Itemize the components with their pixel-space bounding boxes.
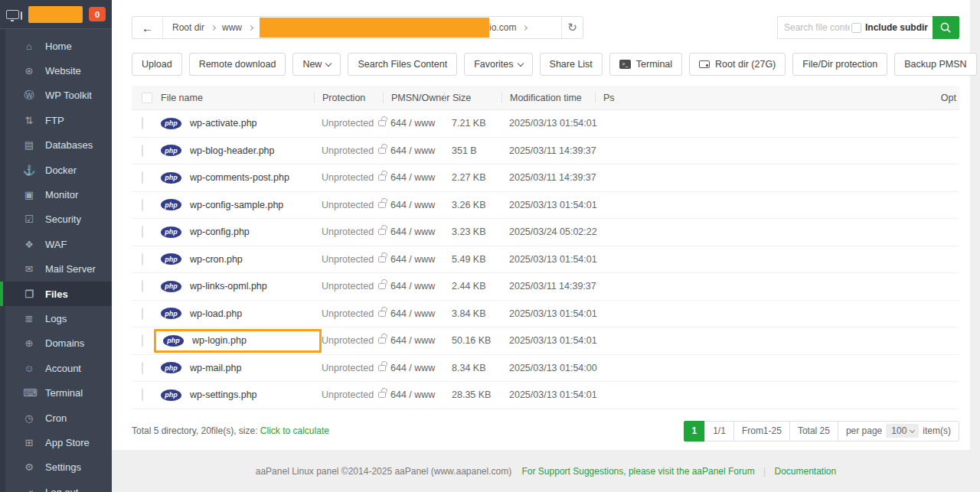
person-icon: ☺ bbox=[23, 363, 35, 374]
table-header-row: File name Protection PMSN/Owner Size Mod… bbox=[132, 86, 959, 110]
row-checkbox[interactable] bbox=[142, 280, 143, 292]
shield-check-icon: ☑ bbox=[23, 213, 35, 225]
row-checkbox[interactable] bbox=[142, 226, 143, 238]
sidebar-item-logs[interactable]: ≣Logs bbox=[0, 306, 112, 331]
table-row: phpwp-cron.php Unprotected 644 / www 5.4… bbox=[132, 246, 959, 274]
file-manager-card: ← Root dir www io.com ↻ Include subdir bbox=[112, 0, 970, 450]
logout-icon: ⇥ bbox=[23, 487, 35, 492]
message-count-badge[interactable]: 0 bbox=[89, 7, 106, 21]
file-name-link[interactable]: wp-comments-post.php bbox=[190, 172, 289, 183]
sidebar-item-security[interactable]: ☑Security bbox=[0, 207, 112, 232]
php-file-icon: php bbox=[161, 199, 181, 210]
include-subdir-checkbox[interactable] bbox=[851, 23, 861, 33]
logo-bar: 0 bbox=[0, 0, 112, 29]
sidebar-item-ftp[interactable]: ⇅FTP bbox=[0, 108, 112, 132]
sidebar-item-settings[interactable]: ⚙Settings bbox=[0, 455, 112, 480]
table-body: phpwp-activate.php Unprotected 644 / www… bbox=[132, 110, 959, 409]
search-button[interactable] bbox=[933, 16, 959, 39]
php-file-icon: php bbox=[161, 362, 181, 373]
page-footer: aaPanel Linux panel ©2014-2025 aaPanel (… bbox=[112, 450, 980, 477]
envelope-icon: ✉ bbox=[23, 263, 35, 275]
breadcrumb-www[interactable]: www bbox=[222, 22, 242, 33]
row-checkbox[interactable] bbox=[142, 362, 143, 374]
sidebar-item-domains[interactable]: ⊕Domains bbox=[0, 331, 112, 356]
unlock-icon bbox=[378, 229, 386, 235]
table-row: phpwp-activate.php Unprotected 644 / www… bbox=[132, 110, 959, 138]
select-all-checkbox[interactable] bbox=[142, 93, 152, 103]
back-arrow-icon: ← bbox=[142, 21, 153, 34]
sidebar-item-cron[interactable]: ◷Cron bbox=[0, 406, 112, 430]
breadcrumb-bar: ← Root dir www io.com ↻ bbox=[132, 16, 583, 39]
file-name-link[interactable]: wp-links-opml.php bbox=[190, 281, 267, 292]
sidebar-item-monitor[interactable]: ▣Monitor bbox=[0, 182, 112, 207]
terminal-button[interactable]: >_Terminal bbox=[609, 53, 682, 76]
copyright-text: aaPanel Linux panel ©2014-2025 aaPanel (… bbox=[256, 466, 511, 477]
sidebar-item-wp-toolkit[interactable]: ⓌWP Toolkit bbox=[0, 83, 112, 108]
search-box: Include subdir bbox=[777, 16, 933, 39]
page-1-button[interactable]: 1 bbox=[684, 421, 706, 441]
sidebar-item-website[interactable]: ⊛Website bbox=[0, 58, 112, 83]
favorites-dropdown-button[interactable]: Favorites bbox=[464, 53, 532, 76]
backup-pmsn-button[interactable]: Backup PMSN bbox=[894, 53, 976, 76]
php-file-icon: php bbox=[161, 281, 181, 292]
table-footer: Total 5 directory, 20file(s), size: Clic… bbox=[132, 409, 959, 441]
chevron-down-icon bbox=[325, 60, 332, 66]
per-page-select[interactable]: 100 bbox=[886, 424, 919, 438]
table-row: phpwp-config.php Unprotected 644 / www 3… bbox=[132, 219, 959, 246]
file-name-link[interactable]: wp-cron.php bbox=[190, 254, 243, 265]
breadcrumb-root-dir[interactable]: Root dir bbox=[172, 22, 204, 33]
search-input[interactable] bbox=[784, 22, 850, 33]
file-name-link[interactable]: wp-login.php bbox=[192, 335, 247, 346]
forum-link[interactable]: For Support Suggestions, please visit th… bbox=[522, 466, 755, 477]
sidebar-item-databases[interactable]: ▤Databases bbox=[0, 133, 112, 158]
file-name-link[interactable]: wp-blog-header.php bbox=[190, 145, 275, 156]
share-list-button[interactable]: Share List bbox=[540, 53, 603, 76]
php-file-icon: php bbox=[161, 145, 181, 156]
file-dir-protection-button[interactable]: File/Dir protection bbox=[792, 53, 887, 76]
sidebar-item-docker[interactable]: ⚓Docker bbox=[0, 158, 112, 182]
search-files-content-button[interactable]: Search Files Content bbox=[348, 53, 457, 76]
remote-download-button[interactable]: Remote download bbox=[189, 53, 286, 76]
search-group: Include subdir bbox=[777, 16, 959, 39]
file-name-link[interactable]: wp-activate.php bbox=[190, 118, 257, 129]
file-name-link[interactable]: wp-config.php bbox=[190, 226, 250, 237]
sidebar-item-app-store[interactable]: ⊞App Store bbox=[0, 430, 112, 455]
refresh-button[interactable]: ↻ bbox=[561, 17, 583, 38]
per-page-segment: per page 100 item(s) bbox=[838, 421, 959, 441]
sidebar-item-files[interactable]: ❐Files bbox=[0, 282, 112, 306]
col-pmsn-owner: PMSN/Owner bbox=[383, 92, 452, 103]
pagination: 1 1/1 From1-25 Total 25 per page 100 ite… bbox=[684, 421, 960, 441]
chevron-right-icon bbox=[522, 24, 528, 30]
sidebar-item-account[interactable]: ☺Account bbox=[0, 356, 112, 380]
breadcrumb-domain[interactable]: io.com bbox=[489, 22, 516, 33]
row-checkbox[interactable] bbox=[142, 171, 143, 184]
www-globe-icon: ⊕ bbox=[23, 337, 35, 349]
row-checkbox[interactable] bbox=[142, 389, 143, 401]
back-button[interactable]: ← bbox=[132, 17, 163, 38]
sidebar-item-mail-server[interactable]: ✉Mail Server bbox=[0, 257, 112, 282]
upload-button[interactable]: Upload bbox=[132, 53, 182, 76]
file-name-link[interactable]: wp-config-sample.php bbox=[190, 200, 283, 210]
file-name-link[interactable]: wp-settings.php bbox=[190, 389, 257, 400]
row-checkbox[interactable] bbox=[142, 308, 143, 320]
globe-icon: ⊛ bbox=[23, 65, 35, 77]
sidebar: 0 ⌂Home ⊛Website ⓌWP Toolkit ⇅FTP ▤Datab… bbox=[0, 0, 112, 492]
documentation-link[interactable]: Documentation bbox=[775, 466, 837, 477]
row-checkbox[interactable] bbox=[142, 117, 143, 129]
sidebar-item-logout[interactable]: ⇥Log out bbox=[0, 480, 112, 492]
row-checkbox[interactable] bbox=[142, 199, 143, 211]
topbar: ← Root dir www io.com ↻ Include subdir bbox=[132, 0, 959, 39]
file-name-link[interactable]: wp-load.php bbox=[190, 308, 242, 319]
click-to-calculate-link[interactable]: Click to calculate bbox=[260, 425, 329, 436]
terminal-icon: ⌨ bbox=[23, 387, 35, 399]
root-dir-disk-button[interactable]: Root dir (27G) bbox=[689, 53, 786, 76]
sidebar-item-home[interactable]: ⌂Home bbox=[0, 34, 112, 58]
sidebar-item-waf[interactable]: ❖WAF bbox=[0, 232, 112, 256]
row-checkbox[interactable] bbox=[142, 334, 143, 347]
row-checkbox[interactable] bbox=[142, 145, 143, 157]
file-name-link[interactable]: wp-mail.php bbox=[190, 363, 241, 373]
home-icon: ⌂ bbox=[23, 41, 35, 52]
row-checkbox[interactable] bbox=[142, 253, 143, 266]
new-dropdown-button[interactable]: New bbox=[292, 53, 341, 76]
sidebar-item-terminal[interactable]: ⌨Terminal bbox=[0, 380, 112, 405]
